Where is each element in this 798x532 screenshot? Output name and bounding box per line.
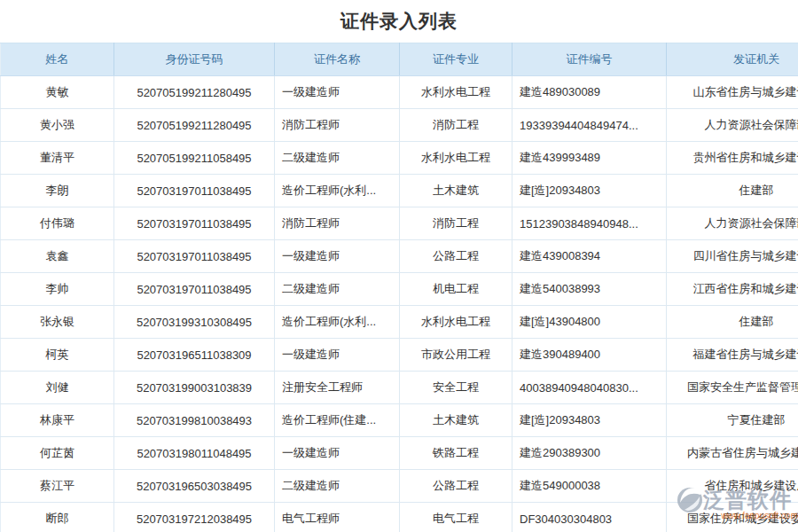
cell-id_number: 520705199211280495 — [114, 109, 275, 142]
cell-name: 柯英 — [1, 339, 114, 372]
cell-cert_major: 水利水电工程 — [400, 306, 512, 339]
cell-cert_number: 建造549000038 — [512, 470, 667, 503]
cell-cert_name[interactable]: 二级建造师 — [275, 470, 400, 503]
cell-name: 董清平 — [1, 142, 114, 175]
cell-id_number: 520703199810038493 — [114, 404, 275, 437]
cell-id_number: 520703199003103839 — [114, 372, 275, 404]
cell-issuer: 山东省住房与城乡建设部 — [667, 76, 798, 109]
column-header-cert_name: 证件名称 — [275, 43, 400, 76]
cell-id_number: 520703197011038495 — [114, 273, 275, 306]
cell-cert_number: 19339394404849474... — [512, 109, 667, 142]
cell-cert_number: 建造489030089 — [512, 76, 667, 109]
table-body: 黄敏520705199211280495一级建造师水利水电工程建造4890300… — [1, 76, 798, 532]
cell-name: 张永银 — [1, 306, 114, 339]
cell-cert_number: 建造439993489 — [512, 142, 667, 175]
table-row: 刘健520703199003103839注册安全工程师安全工程400389409… — [1, 372, 798, 404]
cell-cert_name[interactable]: 电气工程师 — [275, 503, 400, 532]
table-row: 黄敏520705199211280495一级建造师水利水电工程建造4890300… — [1, 76, 798, 109]
cell-cert_major: 土木建筑 — [400, 175, 512, 207]
cell-issuer: 四川省住房与城乡建设部 — [667, 240, 798, 273]
cell-cert_name[interactable]: 消防工程师 — [275, 109, 400, 142]
cell-id_number: 520703197212038495 — [114, 503, 275, 532]
cell-name: 黄小强 — [1, 109, 114, 142]
cell-id_number: 520703197011038495 — [114, 207, 275, 240]
cell-name: 断郎 — [1, 503, 114, 532]
cell-issuer: 贵州省住房和城乡建设厅 — [667, 142, 798, 175]
cell-issuer: 省住房和城乡建设厅 — [667, 470, 798, 503]
cell-id_number: 520705199211280495 — [114, 76, 275, 109]
cell-cert_major: 水利水电工程 — [400, 76, 512, 109]
cell-cert_name[interactable]: 造价工程师(住建... — [275, 404, 400, 437]
cell-cert_number: DF304030304803 — [512, 503, 667, 532]
table-row: 黄小强520705199211280495消防工程师消防工程1933939440… — [1, 109, 798, 142]
cell-cert_major: 市政公用工程 — [400, 339, 512, 372]
table-row: 何芷茵520703198011048495一级建造师铁路工程建造29038930… — [1, 437, 798, 470]
cell-cert_major: 土木建筑 — [400, 404, 512, 437]
title-bar: 证件录入列表 — [0, 0, 798, 43]
cell-cert_name[interactable]: 二级建造师 — [275, 142, 400, 175]
cell-cert_name[interactable]: 造价工程师(水利... — [275, 306, 400, 339]
column-header-name: 姓名 — [1, 43, 114, 76]
cell-cert_number: 40038940948040830... — [512, 372, 667, 404]
cell-cert_major: 公路工程 — [400, 240, 512, 273]
cell-cert_name[interactable]: 消防工程师 — [275, 207, 400, 240]
cell-cert_major: 消防工程 — [400, 207, 512, 240]
table-row: 李帅520703197011038495二级建造师机电工程建造540038993… — [1, 273, 798, 306]
cell-cert_number: 建造540038993 — [512, 273, 667, 306]
cell-name: 袁鑫 — [1, 240, 114, 273]
table-row: 断郎520703197212038495电气工程师电气工程DF304030304… — [1, 503, 798, 532]
cell-name: 李朗 — [1, 175, 114, 207]
cell-cert_name[interactable]: 二级建造师 — [275, 273, 400, 306]
cell-issuer: 国家安全生产监督管理总局 — [667, 372, 798, 404]
table-row: 柯英520703196511038309一级建造师市政公用工程建造3904894… — [1, 339, 798, 372]
cell-issuer: 住建部 — [667, 306, 798, 339]
cell-id_number: 520703198011048495 — [114, 437, 275, 470]
cell-name: 付伟璐 — [1, 207, 114, 240]
column-header-cert_major: 证件专业 — [400, 43, 512, 76]
cell-name: 林康平 — [1, 404, 114, 437]
cell-cert_major: 铁路工程 — [400, 437, 512, 470]
cell-cert_major: 水利水电工程 — [400, 142, 512, 175]
cell-cert_name[interactable]: 一级建造师 — [275, 76, 400, 109]
cell-cert_name[interactable]: 一级建造师 — [275, 437, 400, 470]
cell-id_number: 520703199310308495 — [114, 306, 275, 339]
cell-issuer: 宁夏住建部 — [667, 404, 798, 437]
cell-cert_name[interactable]: 注册安全工程师 — [275, 372, 400, 404]
cell-cert_major: 机电工程 — [400, 273, 512, 306]
cell-issuer: 江西省住房和城乡建设厅 — [667, 273, 798, 306]
cell-cert_number: 建[造]20934803 — [512, 175, 667, 207]
cell-cert_major: 电气工程 — [400, 503, 512, 532]
cell-cert_name[interactable]: 一级建造师 — [275, 339, 400, 372]
table-header-row: 姓名身份证号码证件名称证件专业证件编号发证机关 — [1, 43, 798, 76]
cell-issuer: 内蒙古省住房与城乡建设部 — [667, 437, 798, 470]
cell-id_number: 520703196503038495 — [114, 470, 275, 503]
cell-cert_number: 建造439008394 — [512, 240, 667, 273]
cell-name: 蔡江平 — [1, 470, 114, 503]
cell-cert_name[interactable]: 一级建造师 — [275, 240, 400, 273]
column-header-id_number: 身份证号码 — [114, 43, 275, 76]
cell-cert_major: 公路工程 — [400, 470, 512, 503]
cell-cert_number: 建造290389300 — [512, 437, 667, 470]
cell-id_number: 520703197011038495 — [114, 240, 275, 273]
certificate-list-page: 证件录入列表 姓名身份证号码证件名称证件专业证件编号发证机关 黄敏5207051… — [0, 0, 798, 532]
cell-cert_major: 安全工程 — [400, 372, 512, 404]
cell-cert_number: 建[造]43904800 — [512, 306, 667, 339]
cell-id_number: 520703197011038495 — [114, 175, 275, 207]
cell-cert_number: 建造390489400 — [512, 339, 667, 372]
cell-cert_name[interactable]: 造价工程师(水利... — [275, 175, 400, 207]
cell-issuer: 住建部 — [667, 175, 798, 207]
cell-name: 刘健 — [1, 372, 114, 404]
cell-name: 李帅 — [1, 273, 114, 306]
cell-issuer: 福建省住房与城乡建设部 — [667, 339, 798, 372]
cell-id_number: 520705199211058495 — [114, 142, 275, 175]
table-row: 张永银520703199310308495造价工程师(水利...水利水电工程建[… — [1, 306, 798, 339]
table-row: 蔡江平520703196503038495二级建造师公路工程建造54900003… — [1, 470, 798, 503]
cell-issuer: 国家住房和城乡建设委员会 — [667, 503, 798, 532]
cell-cert_number: 15123903848940948... — [512, 207, 667, 240]
cell-id_number: 520703196511038309 — [114, 339, 275, 372]
column-header-issuer: 发证机关 — [667, 43, 798, 76]
table-row: 李朗520703197011038495造价工程师(水利...土木建筑建[造]2… — [1, 175, 798, 207]
table-row: 林康平520703199810038493造价工程师(住建...土木建筑建[造]… — [1, 404, 798, 437]
table-row: 付伟璐520703197011038495消防工程师消防工程1512390384… — [1, 207, 798, 240]
cell-issuer: 人力资源社会保障部 — [667, 207, 798, 240]
